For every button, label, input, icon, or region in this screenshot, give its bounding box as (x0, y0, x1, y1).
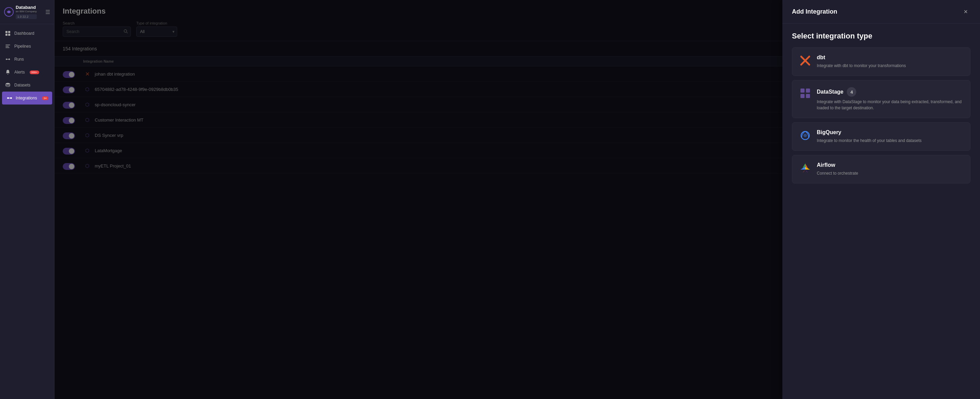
nav-items: Dashboard Pipelines Runs Alerts 999+ (0, 24, 54, 399)
integration-option-airflow[interactable]: Airflow Connect to orchestrate (792, 155, 970, 184)
svg-rect-9 (10, 97, 12, 99)
databand-logo-icon (4, 7, 14, 17)
integration-option-name-dbt: dbt (817, 54, 825, 60)
airflow-option-icon (799, 162, 811, 174)
datastage-badge: 4 (847, 87, 856, 97)
svg-point-7 (6, 83, 10, 85)
svg-rect-4 (8, 34, 10, 36)
logo-title: Databand (16, 5, 37, 10)
sidebar-item-dashboard[interactable]: Dashboard (0, 27, 54, 40)
datasets-icon (5, 82, 11, 88)
svg-rect-11 (800, 89, 805, 93)
close-icon: × (964, 8, 968, 16)
integration-option-header-dbt: dbt (817, 54, 963, 60)
sidebar-header: Databand an IBM Company 1.0 22.2 ☰ (0, 0, 54, 24)
integration-option-name-datastage: DataStage (817, 89, 843, 95)
dashboard-icon (5, 30, 11, 36)
svg-rect-3 (5, 34, 8, 36)
sidebar-item-runs[interactable]: Runs (0, 53, 54, 66)
pipelines-icon (5, 43, 11, 49)
add-integration-panel: Add Integration × Select integration typ… (783, 0, 980, 399)
svg-rect-8 (7, 97, 9, 99)
integration-option-desc-airflow: Connect to orchestrate (817, 170, 963, 176)
modal-close-button[interactable]: × (961, 7, 970, 16)
integration-option-datastage[interactable]: DataStage 4 Integrate with DataStage to … (792, 80, 970, 118)
sidebar-item-datasets[interactable]: Datasets (0, 79, 54, 92)
alerts-badge: 999+ (30, 70, 39, 74)
sidebar-item-label: Pipelines (14, 44, 31, 49)
modal-header: Add Integration × (783, 0, 980, 24)
bigquery-option-icon (799, 129, 811, 142)
svg-point-5 (6, 59, 7, 60)
integration-option-bigquery[interactable]: BigQuery Integrate to monitor the health… (792, 122, 970, 151)
modal-title: Add Integration (792, 8, 837, 15)
hamburger-button[interactable]: ☰ (45, 9, 50, 15)
svg-rect-13 (800, 94, 805, 98)
sidebar-item-label: Alerts (14, 70, 25, 74)
integration-option-header-airflow: Airflow (817, 162, 963, 168)
runs-icon (5, 56, 11, 62)
integrations-badge: 34 (42, 97, 48, 100)
integrations-icon (7, 95, 12, 101)
datastage-option-icon (799, 87, 811, 100)
svg-rect-2 (8, 31, 10, 33)
version-badge: 1.0 22.2 (16, 14, 37, 19)
integration-option-desc-bigquery: Integrate to monitor the health of your … (817, 138, 963, 144)
integration-option-header-bigquery: BigQuery (817, 129, 963, 136)
sidebar-item-alerts[interactable]: Alerts 999+ (0, 66, 54, 79)
logo-subtitle: an IBM Company (16, 10, 37, 13)
svg-rect-1 (5, 31, 8, 33)
svg-rect-14 (806, 94, 810, 98)
select-integration-title: Select integration type (792, 32, 970, 41)
sidebar: Databand an IBM Company 1.0 22.2 ☰ Dashb… (0, 0, 54, 399)
integration-option-desc-dbt: Integrate with dbt to monitor your trans… (817, 63, 963, 69)
integration-option-content-datastage: DataStage 4 Integrate with DataStage to … (817, 87, 963, 111)
sidebar-item-integrations[interactable]: Integrations 34 (2, 92, 52, 104)
sidebar-item-label: Datasets (14, 83, 30, 87)
sidebar-item-pipelines[interactable]: Pipelines (0, 40, 54, 53)
sidebar-item-label: Runs (14, 57, 24, 62)
logo-text: Databand an IBM Company 1.0 22.2 (16, 5, 37, 19)
sidebar-item-label: Dashboard (14, 31, 34, 36)
logo-area: Databand an IBM Company 1.0 22.2 (4, 5, 37, 19)
modal-body: Select integration type dbt Integrate wi… (783, 24, 980, 399)
integration-option-name-bigquery: BigQuery (817, 129, 841, 136)
svg-rect-12 (806, 89, 810, 93)
alerts-icon (5, 69, 11, 75)
sidebar-item-label: Integrations (16, 96, 37, 100)
integration-option-content-dbt: dbt Integrate with dbt to monitor your t… (817, 54, 963, 69)
integration-option-header-datastage: DataStage 4 (817, 87, 963, 97)
integration-option-content-airflow: Airflow Connect to orchestrate (817, 162, 963, 176)
integration-option-name-airflow: Airflow (817, 162, 835, 168)
dbt-option-icon (799, 54, 811, 67)
integration-option-dbt[interactable]: dbt Integrate with dbt to monitor your t… (792, 48, 970, 76)
integration-option-content-bigquery: BigQuery Integrate to monitor the health… (817, 129, 963, 144)
svg-point-16 (803, 134, 807, 137)
integration-option-desc-datastage: Integrate with DataStage to monitor your… (817, 99, 963, 111)
